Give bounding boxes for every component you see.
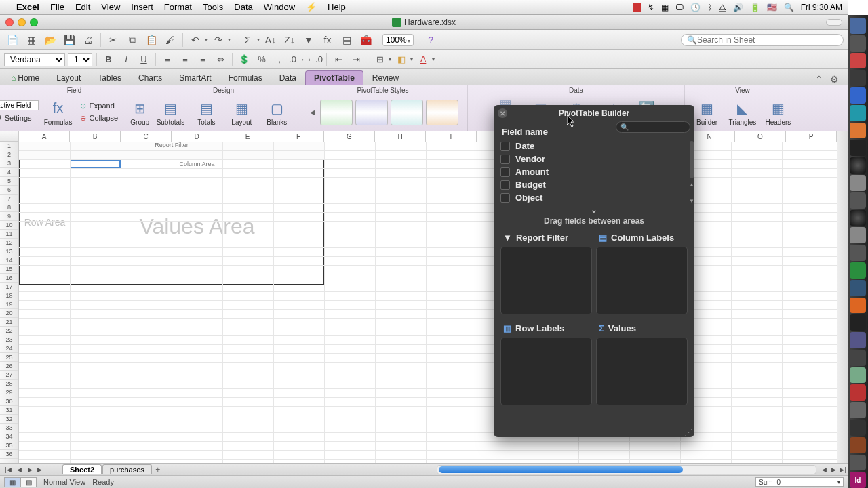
hscroll-end-arrow[interactable]: ▶|	[838, 466, 848, 473]
menu-data[interactable]: Data	[234, 2, 252, 12]
battery-icon[interactable]: 🔋	[750, 3, 760, 12]
sheet-tab-sheet2[interactable]: Sheet2	[62, 464, 102, 474]
zoom-select[interactable]: 100% ▾	[382, 34, 414, 46]
row-header-11[interactable]: 11	[0, 230, 18, 239]
dock-app-icon[interactable]	[850, 140, 866, 156]
tab-review[interactable]: Review	[364, 71, 407, 85]
bluetooth-icon[interactable]: ᛒ	[707, 3, 712, 12]
spotlight-icon[interactable]: 🔍	[784, 3, 794, 12]
fill-color-button[interactable]: ◧	[394, 53, 409, 66]
col-header-G[interactable]: G	[324, 131, 375, 142]
format-painter-button[interactable]: 🖌	[162, 33, 178, 47]
menu-edit[interactable]: Edit	[75, 2, 90, 12]
cut-button[interactable]: ✂	[105, 33, 121, 47]
undo-button[interactable]: ↶	[187, 33, 203, 47]
field-date-checkbox[interactable]	[500, 142, 510, 151]
script-menu-icon[interactable]: ⚡	[306, 2, 317, 12]
col-header-P[interactable]: P	[786, 131, 837, 142]
display-icon[interactable]: 🖵	[675, 3, 684, 12]
menu-insert[interactable]: Insert	[131, 2, 153, 12]
row-header-12[interactable]: 12	[0, 239, 18, 247]
font-family-select[interactable]: Verdana	[4, 53, 65, 66]
headers-button[interactable]: ▦Headers	[762, 94, 794, 129]
col-header-H[interactable]: H	[375, 131, 426, 142]
merge-button[interactable]: ⇔	[213, 53, 228, 66]
col-header-O[interactable]: O	[735, 131, 786, 142]
tab-home[interactable]: ⌂Home	[3, 71, 47, 85]
save-button[interactable]: 💾	[61, 33, 77, 47]
sheet-nav-first[interactable]: |◀	[3, 464, 14, 475]
new-doc-button[interactable]: 📄	[4, 33, 20, 47]
row-header-34[interactable]: 34	[0, 432, 18, 441]
scroll-down-arrow-icon[interactable]: ▼	[689, 198, 694, 204]
row-header-21[interactable]: 21	[0, 318, 18, 327]
wifi-icon[interactable]: ⧋	[719, 3, 726, 12]
row-header-13[interactable]: 13	[0, 247, 18, 256]
row-header-20[interactable]: 20	[0, 309, 18, 318]
menu-view[interactable]: View	[101, 2, 120, 12]
pivottable-builder-panel[interactable]: ✕ PivotTable Builder 🔍 Field name Date V…	[494, 105, 694, 437]
menu-format[interactable]: Format	[164, 2, 192, 12]
row-header-4[interactable]: 4	[0, 168, 18, 177]
hscroll-right-arrow[interactable]: ▶	[829, 466, 838, 473]
builder-resize-handle[interactable]: ⋰	[684, 427, 692, 435]
dock-app-icon[interactable]	[850, 332, 866, 348]
dock-app-icon[interactable]	[850, 123, 866, 139]
field-vendor[interactable]: Vendor	[500, 152, 688, 165]
paste-button[interactable]: 📋	[143, 33, 159, 47]
subtotals-button[interactable]: ▤Subtotals	[154, 94, 188, 129]
row-header-9[interactable]: 9	[0, 212, 18, 221]
font-size-select[interactable]: 10	[68, 53, 92, 66]
window-close-button[interactable]	[5, 18, 14, 26]
currency-button[interactable]: 💲	[237, 53, 252, 66]
builder-close-button[interactable]: ✕	[498, 108, 507, 118]
sheet-nav-next[interactable]: ▶	[24, 464, 35, 475]
row-header-29[interactable]: 29	[0, 388, 18, 397]
menu-tools[interactable]: Tools	[203, 2, 223, 12]
gallery-button[interactable]: fx	[319, 33, 336, 47]
flag-icon[interactable]: 🇺🇸	[767, 3, 777, 12]
timemachine-icon[interactable]: 🕓	[690, 3, 701, 12]
dock-trash-icon[interactable]	[850, 455, 866, 471]
expose-icon[interactable]: ▦	[661, 3, 669, 12]
tab-layout[interactable]: Layout	[48, 71, 89, 85]
row-header-31[interactable]: 31	[0, 406, 18, 415]
comma-button[interactable]: ,	[272, 53, 287, 66]
field-vendor-checkbox[interactable]	[500, 155, 510, 164]
decrease-indent-button[interactable]: ⇤	[331, 53, 346, 66]
dock-app-icon[interactable]	[850, 437, 866, 453]
help-button[interactable]: ?	[422, 33, 439, 47]
sheet-nav-last[interactable]: ▶|	[35, 464, 46, 475]
row-header-16[interactable]: 16	[0, 274, 18, 283]
autosum-button[interactable]: Σ	[239, 33, 256, 47]
blanks-button[interactable]: ▢Blanks	[260, 94, 293, 129]
app-name[interactable]: Excel	[16, 2, 39, 12]
add-sheet-button[interactable]: +	[153, 465, 163, 474]
col-header-A[interactable]: A	[19, 131, 70, 142]
tab-formulas[interactable]: Formulas	[220, 71, 271, 85]
dock-app-icon[interactable]	[850, 35, 866, 52]
align-left-button[interactable]: ≡	[160, 53, 175, 66]
row-header-33[interactable]: 33	[0, 424, 18, 432]
italic-button[interactable]: I	[119, 53, 134, 66]
dock-app-icon[interactable]	[850, 210, 866, 226]
col-header-B[interactable]: B	[70, 131, 121, 142]
ribbon-collapse-icon[interactable]: ⌃	[815, 74, 826, 85]
sync-icon[interactable]: ↯	[648, 3, 654, 12]
page-layout-view-button[interactable]: ▤	[20, 477, 37, 487]
dock-word-icon[interactable]	[850, 280, 866, 296]
clock[interactable]: Fri 9:30 AM	[801, 3, 842, 12]
col-header-D[interactable]: D	[172, 131, 222, 142]
borders-button[interactable]: ⊞	[372, 53, 387, 66]
field-date[interactable]: Date	[500, 140, 688, 152]
scroll-up-arrow-icon[interactable]: ▲	[689, 182, 694, 188]
print-button[interactable]: 🖨	[80, 33, 96, 47]
row-header-1[interactable]: 1	[0, 142, 18, 150]
toolbar-toggle-button[interactable]	[826, 19, 842, 26]
dock-indesign-icon[interactable]: Id	[850, 472, 866, 488]
drop-zone-column-labels[interactable]: ▤Column Labels	[596, 231, 688, 318]
search-input[interactable]	[697, 35, 833, 45]
row-header-25[interactable]: 25	[0, 353, 18, 362]
toolbox-button[interactable]: 🧰	[357, 33, 374, 47]
dock-app-icon[interactable]	[850, 70, 866, 86]
